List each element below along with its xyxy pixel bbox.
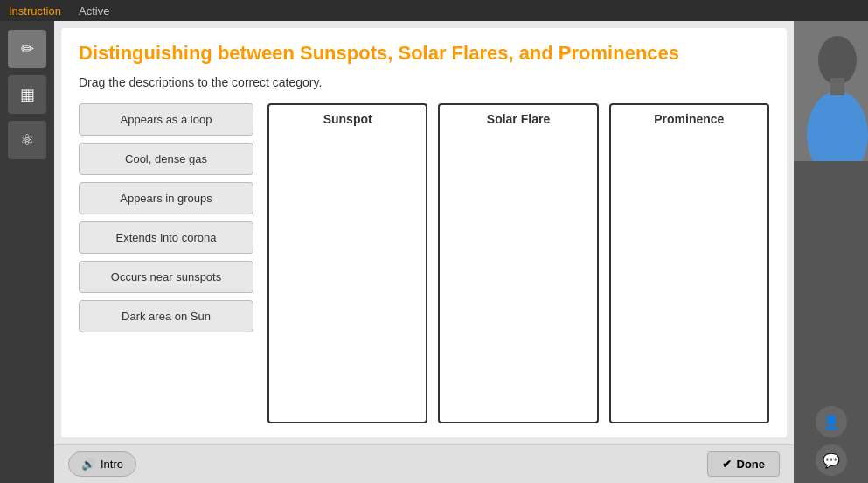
calculator-button[interactable]: ▦: [8, 75, 46, 114]
drop-zones: Sunspot Solar Flare Prominence: [267, 103, 769, 424]
prominence-drop-zone[interactable]: [609, 133, 769, 424]
sidebar: ✏ ▦ ⚛: [0, 21, 54, 483]
activity-title: Distinguishing between Sunspots, Solar F…: [79, 42, 769, 65]
done-button[interactable]: ✔ Done: [707, 452, 781, 477]
instruction-tab[interactable]: Instruction: [9, 4, 61, 18]
drag-item-occurs-near-sunspots[interactable]: Occurs near sunspots: [79, 261, 253, 293]
drag-item-extends-into-corona[interactable]: Extends into corona: [79, 221, 253, 254]
top-nav: Instruction Active: [0, 0, 868, 21]
sunspot-drop-zone[interactable]: [267, 133, 427, 424]
svg-point-1: [818, 36, 857, 85]
intro-label: Intro: [101, 458, 123, 471]
active-tab[interactable]: Active: [79, 4, 109, 18]
atom-button[interactable]: ⚛: [8, 121, 46, 159]
prominence-zone-container: Prominence: [609, 103, 769, 424]
main-layout: ✏ ▦ ⚛ Distinguishing between Sunspots, S…: [0, 21, 868, 483]
person-icon-button[interactable]: 👤: [816, 406, 847, 438]
person-photo: [794, 21, 868, 161]
solar-flare-header: Solar Flare: [438, 103, 598, 133]
sunspot-zone-container: Sunspot: [267, 103, 427, 424]
drag-item-cool-dense-gas[interactable]: Cool, dense gas: [79, 143, 253, 175]
photo-area: [794, 21, 868, 161]
svg-rect-3: [830, 78, 844, 95]
activity-panel: Distinguishing between Sunspots, Solar F…: [61, 28, 787, 438]
sunspot-header: Sunspot: [267, 103, 427, 133]
bottom-icons: 👤 💬: [794, 399, 868, 483]
done-label: Done: [737, 458, 766, 471]
intro-button[interactable]: 🔊 Intro: [68, 452, 136, 477]
items-column: Appears as a loop Cool, dense gas Appear…: [79, 103, 253, 424]
drag-area: Appears as a loop Cool, dense gas Appear…: [79, 103, 769, 424]
solar-flare-zone-container: Solar Flare: [438, 103, 598, 424]
checkmark-icon: ✔: [722, 458, 732, 471]
right-panel: 👤 💬: [794, 21, 868, 483]
pencil-button[interactable]: ✏: [8, 30, 46, 68]
bottom-bar: 🔊 Intro ✔ Done: [54, 444, 794, 483]
content-area: Distinguishing between Sunspots, Solar F…: [54, 21, 794, 483]
drag-item-appears-as-loop[interactable]: Appears as a loop: [79, 103, 253, 136]
drag-item-dark-area-on-sun[interactable]: Dark area on Sun: [79, 300, 253, 332]
chat-icon-button[interactable]: 💬: [816, 444, 847, 476]
speaker-icon: 🔊: [81, 458, 95, 471]
prominence-header: Prominence: [609, 103, 769, 133]
drag-item-appears-in-groups[interactable]: Appears in groups: [79, 182, 253, 214]
activity-instructions: Drag the descriptions to the correct cat…: [79, 75, 769, 89]
solar-flare-drop-zone[interactable]: [438, 133, 598, 424]
